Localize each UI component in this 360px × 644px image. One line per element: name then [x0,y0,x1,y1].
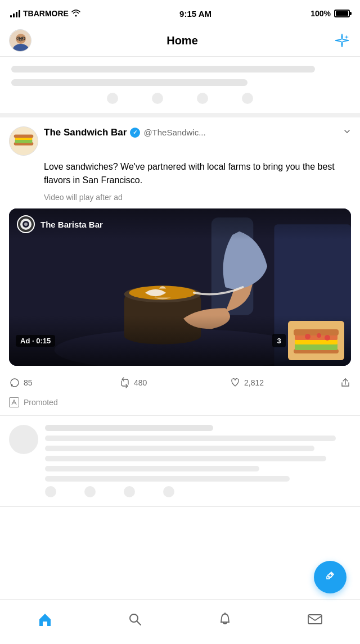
skeleton-avatar-2 [9,425,38,454]
skeleton-text-2c [45,456,326,461]
skeleton-dot-4 [242,93,253,104]
home-icon [37,611,53,627]
search-icon [127,611,143,627]
video-will-play-text: Video will play after ad [9,193,351,202]
retweet-count: 480 [134,378,147,387]
reply-icon [9,377,20,388]
skeleton-dot-2-4 [163,486,174,497]
svg-line-37 [137,621,141,625]
svg-rect-29 [294,329,339,335]
svg-point-23 [24,223,28,226]
skeleton-text-2d [45,466,259,471]
like-count: 2,812 [244,378,264,387]
skeleton-dot-2-3 [124,486,135,497]
carrier-name: TBARMORE [23,9,69,18]
video-channel-name: The Barista Bar [40,220,103,229]
skeleton-dot-2-1 [45,486,56,497]
skeleton-name-2 [45,425,213,431]
verified-badge: ✓ [130,128,140,138]
heart-icon [230,377,241,388]
video-thumbnail-preview [288,321,344,360]
battery-icon [334,10,350,17]
video-bottom-bar: Ad · 0:15 3 [9,315,351,366]
page-title: Home [166,34,198,47]
tweet-meta: The Sandwich Bar ✓ @TheSandwic... [44,126,351,138]
share-action[interactable] [340,377,351,388]
like-action[interactable]: 2,812 [230,377,340,388]
skeleton-content-2 [45,425,351,497]
nav-messages[interactable] [298,605,332,633]
nav-search[interactable] [118,605,152,633]
nav-notifications[interactable] [208,605,242,633]
mail-icon [307,611,323,627]
video-thumbnail-stack[interactable]: 3 [272,321,344,360]
video-count-badge: 3 [272,334,286,347]
skeleton-dot-1 [107,93,118,104]
svg-point-31 [317,333,321,338]
skeleton-dot-2-2 [84,486,96,497]
tweet-handle: @TheSandwic... [143,128,205,137]
user-avatar[interactable] [9,29,32,52]
retweet-icon [119,377,130,388]
dropdown-icon[interactable] [343,126,351,138]
skeleton-loading-top [0,57,360,117]
compose-button[interactable] [314,561,346,593]
compose-icon [323,569,337,586]
video-channel-logo [17,215,35,233]
bell-icon [217,611,233,627]
status-bar: TBARMORE 9:15 AM 100% [0,0,360,25]
promoted-row: Promoted [9,393,351,415]
reply-count: 85 [24,378,33,387]
skeleton-text-2a [45,436,336,441]
bottom-navigation [0,599,360,644]
tweet-actions: 85 480 2,812 [9,373,351,393]
skeleton-dot-3 [197,93,208,104]
tweet-avatar[interactable] [9,126,38,156]
sparkle-icon[interactable] [333,31,351,49]
status-time: 9:15 AM [179,9,212,19]
skeleton-line-1 [11,66,315,72]
tweet-body-text: Love sandwiches? We've partnered with lo… [9,160,351,187]
svg-rect-12 [14,134,34,138]
share-icon [340,377,351,388]
wifi-icon [71,9,80,19]
video-player[interactable]: The Barista Bar Ad · 0:15 3 [9,208,351,366]
skeleton-text-2e [45,476,290,482]
promoted-icon [9,397,19,407]
retweet-action[interactable]: 480 [119,377,230,388]
app-header: Home [0,25,360,57]
svg-rect-39 [308,615,322,624]
ad-badge: Ad · 0:15 [16,335,55,347]
skeleton-line-2 [11,79,248,86]
tweet-header: The Sandwich Bar ✓ @TheSandwic... [9,126,351,156]
svg-point-32 [325,335,330,341]
skeleton-text-2b [45,446,314,451]
status-right: 100% [310,9,350,18]
skeleton-dot-2 [152,93,163,104]
nav-home[interactable] [28,605,62,633]
video-top-bar: The Barista Bar [9,208,351,240]
tweet-card: The Sandwich Bar ✓ @TheSandwic... Love s… [0,117,360,416]
reply-action[interactable]: 85 [9,377,119,388]
skeleton-tweet-2 [0,416,360,507]
svg-point-30 [305,334,310,339]
skeleton-dots [11,93,349,104]
skeleton-dots-2 [45,486,351,497]
tweet-account-name: The Sandwich Bar [44,127,127,138]
status-left: TBARMORE [10,9,80,19]
promoted-label: Promoted [24,398,58,407]
battery-percent: 100% [310,9,331,18]
signal-icon [10,10,20,17]
